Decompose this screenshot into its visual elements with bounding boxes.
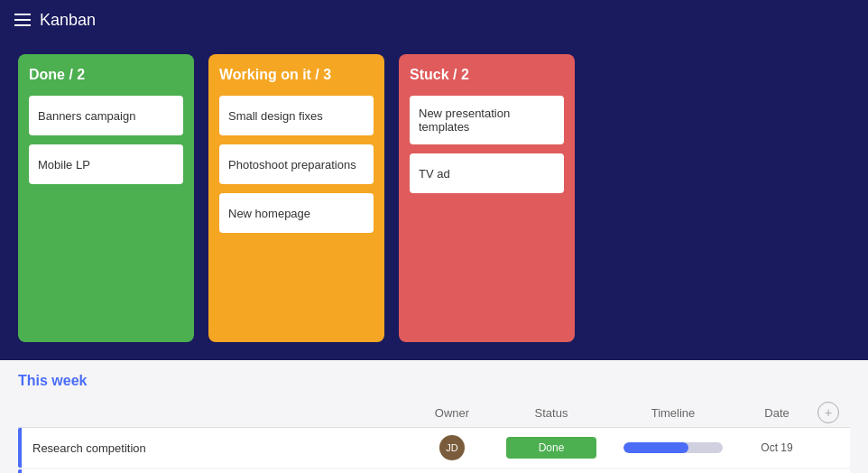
app-title: Kanban [40,11,96,30]
timeline-bar-fill [623,442,688,453]
col-status-header: Status [493,406,610,420]
table-section: This week Owner Status Timeline Date + R… [0,360,868,473]
table-row[interactable]: Research competitionJDDoneOct 19 [18,428,850,468]
kanban-card[interactable]: New presentation templates [410,96,564,144]
table-header: Owner Status Timeline Date + [18,398,850,428]
task-name: Research competition [22,441,411,455]
section-title: This week [18,373,850,389]
kanban-card[interactable]: Mobile LP [29,144,183,184]
timeline-cell [610,442,736,453]
avatar: JD [439,435,465,460]
kanban-card[interactable]: New homepage [219,193,374,233]
hamburger-icon[interactable] [14,14,31,26]
column-title-working: Working on it / 3 [219,67,374,83]
column-title-stuck: Stuck / 2 [410,67,564,83]
col-action-header: + [817,402,850,423]
kanban-column-done: Done / 2Banners campaignMobile LP [18,54,194,342]
kanban-board: Done / 2Banners campaignMobile LPWorking… [0,40,868,360]
owner-cell: JD [411,435,493,460]
kanban-card[interactable]: Banners campaign [29,96,183,135]
date-cell: Oct 19 [736,441,817,454]
kanban-card[interactable]: TV ad [410,153,564,193]
kanban-card[interactable]: Photoshoot preparations [219,144,374,184]
status-cell: Done [493,437,610,459]
table-rows: Research competitionJDDoneOct 19Layout d… [18,428,850,473]
kanban-column-working: Working on it / 3Small design fixesPhoto… [208,54,384,342]
timeline-bar-bg [623,442,723,453]
status-badge: Done [506,437,596,459]
app-header: Kanban [0,0,868,40]
column-title-done: Done / 2 [29,67,183,83]
col-date-header: Date [736,406,817,420]
add-column-button[interactable]: + [817,402,839,423]
kanban-card[interactable]: Small design fixes [219,96,374,135]
kanban-column-stuck: Stuck / 2New presentation templatesTV ad [399,54,575,342]
col-owner-header: Owner [411,406,493,420]
col-timeline-header: Timeline [610,406,736,420]
table-row[interactable]: Layout designAMWorking on itOct 21 [18,469,850,473]
